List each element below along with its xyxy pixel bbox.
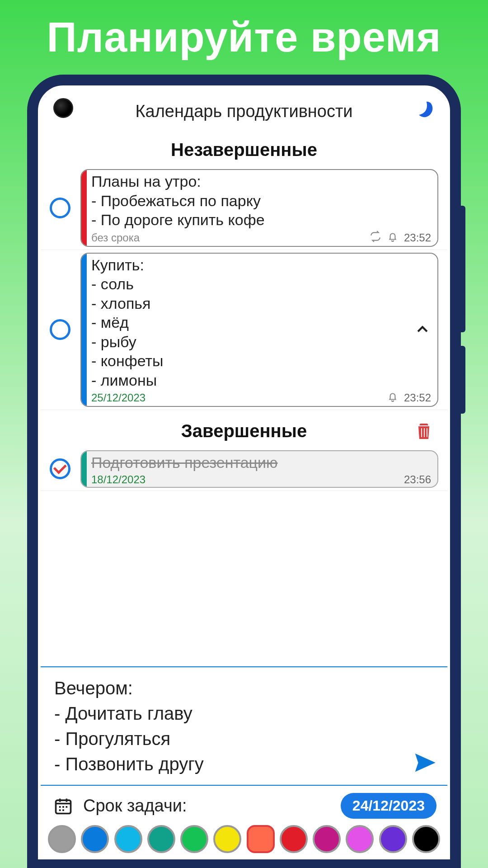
done-heading: Завершенные (41, 421, 447, 441)
task-color-bar (81, 451, 87, 487)
task-text: Купить: - соль - хлопья - мёд - рыбу - к… (91, 255, 431, 390)
calendar-icon[interactable] (53, 796, 73, 816)
app-topbar: Календарь продуктивности (41, 91, 447, 132)
task-text: Планы на утро: - Пробежаться по парку - … (91, 172, 431, 230)
phone-volume-button (461, 206, 465, 332)
task-color-bar (81, 254, 87, 406)
dark-mode-icon[interactable] (415, 100, 435, 120)
task-meta: 23:52 (370, 231, 431, 245)
color-swatch[interactable] (346, 825, 374, 853)
task-text: Подготовить презентацию (91, 453, 431, 472)
trash-icon[interactable] (413, 418, 435, 443)
color-swatch[interactable] (48, 825, 76, 853)
pending-heading: Незавершенные (41, 140, 447, 160)
color-swatch[interactable] (280, 825, 308, 853)
bell-icon (387, 231, 399, 245)
task-checkbox[interactable] (50, 319, 70, 340)
task-card[interactable]: Подготовить презентацию 18/12/2023 23:56 (80, 450, 438, 488)
color-palette (41, 825, 447, 857)
phone-camera (53, 98, 73, 118)
color-swatch[interactable] (114, 825, 142, 853)
task-row: Подготовить презентацию 18/12/2023 23:56 (41, 450, 447, 491)
content-area: Незавершенные Планы на утро: - Пробежать… (41, 132, 447, 857)
deadline-label: Срок задачи: (83, 796, 341, 816)
task-deadline: без срока (91, 231, 140, 244)
task-row: Купить: - соль - хлопья - мёд - рыбу - к… (41, 253, 447, 410)
send-icon[interactable] (412, 750, 436, 775)
task-deadline: 18/12/2023 (91, 473, 145, 486)
repeat-icon (370, 231, 381, 245)
color-swatch[interactable] (180, 825, 208, 853)
task-deadline: 25/12/2023 (91, 392, 145, 404)
deadline-row: Срок задачи: 24/12/2023 (41, 786, 447, 825)
color-swatch[interactable] (81, 825, 109, 853)
phone-power-button (461, 346, 465, 414)
task-card[interactable]: Купить: - соль - хлопья - мёд - рыбу - к… (80, 253, 438, 407)
bell-icon (387, 391, 399, 405)
task-card[interactable]: Планы на утро: - Пробежаться по парку - … (80, 169, 438, 247)
color-swatch[interactable] (247, 825, 275, 853)
task-color-bar (81, 170, 87, 246)
app-title: Календарь продуктивности (135, 102, 352, 121)
task-time: 23:52 (404, 231, 431, 244)
deadline-value-pill[interactable]: 24/12/2023 (341, 793, 436, 819)
color-swatch[interactable] (412, 825, 440, 853)
editor-text[interactable]: Вечером: - Дочитать главу - Прогуляться … (54, 675, 407, 777)
task-checkbox[interactable] (50, 198, 70, 218)
new-task-editor[interactable]: Вечером: - Дочитать главу - Прогуляться … (41, 666, 447, 786)
chevron-up-icon[interactable] (415, 322, 430, 337)
color-swatch[interactable] (379, 825, 407, 853)
promo-title: Планируйте время (0, 0, 488, 75)
color-swatch[interactable] (213, 825, 241, 853)
task-time: 23:52 (404, 392, 431, 404)
task-checkbox-checked[interactable] (50, 458, 70, 479)
task-meta: 23:56 (404, 473, 431, 486)
task-time: 23:56 (404, 473, 431, 486)
task-meta: 23:52 (387, 391, 431, 405)
task-row: Планы на утро: - Пробежаться по парку - … (41, 169, 447, 250)
color-swatch[interactable] (147, 825, 175, 853)
phone-mockup: Календарь продуктивности Незавершенные П… (27, 75, 461, 868)
color-swatch[interactable] (313, 825, 341, 853)
